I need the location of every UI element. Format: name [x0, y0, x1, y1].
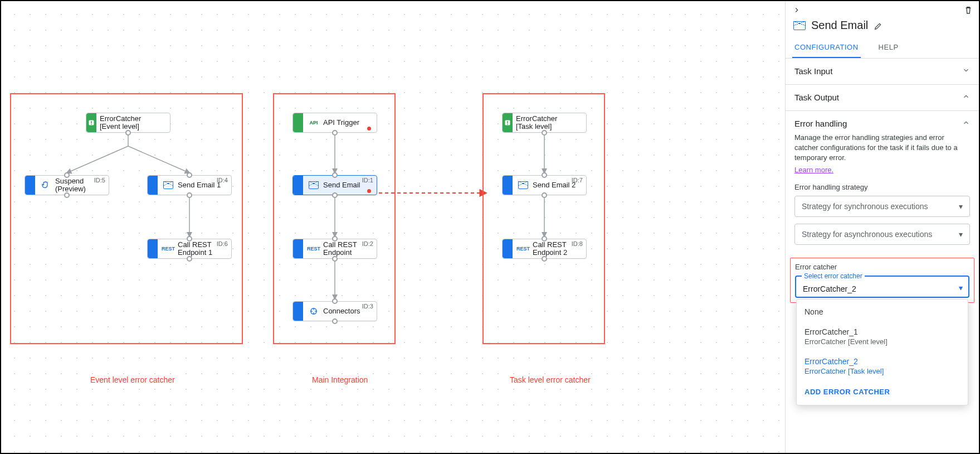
accent [503, 176, 513, 195]
dropdown-option-2[interactable]: ErrorCatcher_2 ErrorCatcher [Task level] [797, 351, 968, 381]
collapse-panel-button[interactable] [791, 4, 802, 16]
port-out[interactable] [332, 130, 338, 136]
accent [25, 176, 35, 195]
accent [293, 239, 303, 258]
connectors-icon [308, 305, 320, 317]
error-catcher-dropdown: None ErrorCatcher_1 ErrorCatcher [Event … [796, 299, 968, 405]
side-panel: Send Email CONFIGURATION HELP Task Input… [785, 1, 979, 453]
port-out[interactable] [187, 256, 192, 262]
port-out[interactable] [332, 318, 338, 324]
port-out[interactable] [332, 192, 338, 198]
envelope-icon [517, 179, 529, 191]
port-out[interactable] [125, 130, 131, 136]
option-name: ErrorCatcher_2 [805, 357, 960, 366]
port-out[interactable] [187, 192, 192, 198]
delete-button[interactable] [963, 5, 973, 15]
error-indicator-icon [367, 189, 371, 193]
port-out[interactable] [64, 192, 70, 198]
envelope-icon [308, 179, 320, 191]
section-title: Task Output [794, 93, 839, 102]
accent [293, 302, 303, 321]
add-error-catcher-button[interactable]: ADD ERROR CATCHER [797, 381, 968, 403]
app-root: Event level error catcher Main Integrati… [0, 0, 980, 454]
canvas[interactable]: Event level error catcher Main Integrati… [1, 1, 785, 453]
rest-icon: REST [162, 243, 174, 255]
error-icon [86, 113, 96, 132]
node-error-catcher-task[interactable]: ErrorCatcher [Task level] [502, 113, 587, 133]
caret-down-icon: ▾ [959, 202, 963, 211]
node-send-email-selected[interactable]: Send Email ID:1 [292, 175, 377, 195]
port-out[interactable] [542, 192, 547, 198]
error-catcher-label: Error catcher [795, 263, 969, 271]
port-out[interactable] [542, 256, 547, 262]
async-strategy-select[interactable]: Strategy for asynchronous executions ▾ [794, 224, 970, 245]
error-handling-description: Manage the error handling strategies and… [794, 133, 970, 163]
node-rest-1[interactable]: REST Call REST Endpoint 1 ID:6 [147, 239, 232, 259]
node-rest-2[interactable]: REST Call REST Endpoint 2 ID:8 [502, 239, 587, 259]
node-send-email-1[interactable]: Send Email 1 ID:4 [147, 175, 232, 195]
region-main-label: Main Integration [312, 375, 368, 384]
error-icon [503, 113, 513, 132]
node-label: ErrorCatcher [Task level] [513, 115, 586, 131]
option-sub: ErrorCatcher [Task level] [805, 367, 960, 375]
accent [293, 176, 303, 195]
port-in[interactable] [64, 172, 70, 178]
api-icon: API [308, 117, 320, 129]
node-id: ID:4 [217, 177, 228, 183]
envelope-icon [162, 179, 174, 191]
envelope-icon [793, 21, 806, 30]
learn-more-link[interactable]: Learn more. [794, 166, 833, 174]
strategy-label: Error handling strategy [794, 183, 970, 191]
section-title: Error handling [794, 119, 847, 128]
section-header-error-handling[interactable]: Error handling [794, 119, 970, 128]
tab-configuration[interactable]: CONFIGURATION [792, 37, 861, 58]
port-in[interactable] [542, 172, 547, 178]
node-rest-main[interactable]: REST Call REST Endpoint ID:2 [292, 239, 377, 259]
node-id: ID:7 [572, 177, 583, 183]
svg-rect-11 [91, 121, 92, 123]
sync-strategy-select[interactable]: Strategy for synchronous executions ▾ [794, 196, 970, 217]
tab-help[interactable]: HELP [876, 37, 901, 58]
node-send-email-2[interactable]: Send Email 2 ID:7 [502, 175, 587, 195]
port-out[interactable] [332, 256, 338, 262]
option-sub: ErrorCatcher [Event level] [805, 337, 960, 346]
node-api-trigger[interactable]: API API Trigger [292, 113, 377, 133]
pencil-icon [874, 22, 883, 31]
section-header-task-input[interactable]: Task Input [794, 66, 970, 76]
svg-rect-12 [91, 124, 92, 125]
caret-down-icon: ▾ [959, 230, 963, 239]
port-in[interactable] [187, 172, 192, 178]
option-name: None [805, 307, 960, 316]
chevron-up-icon [962, 119, 970, 128]
accent [503, 239, 513, 258]
section-task-input: Task Input [786, 59, 979, 84]
error-catcher-select[interactable]: Select error catcher ErrorCatcher_2 ▾ No… [795, 276, 969, 298]
node-id: ID:5 [94, 177, 105, 183]
node-connectors[interactable]: Connectors ID:3 [292, 301, 377, 321]
node-id: ID:3 [362, 303, 373, 310]
port-in[interactable] [332, 236, 338, 242]
port-in[interactable] [187, 236, 192, 242]
rest-icon: REST [308, 243, 320, 255]
dropdown-option-none[interactable]: None [797, 302, 968, 322]
error-indicator-icon [367, 127, 371, 131]
edit-title-button[interactable] [874, 21, 884, 31]
region-task-label: Task level error catcher [510, 375, 591, 384]
section-header-task-output[interactable]: Task Output [794, 93, 970, 102]
dropdown-option-1[interactable]: ErrorCatcher_1 ErrorCatcher [Event level… [797, 322, 968, 351]
port-in[interactable] [542, 236, 547, 242]
section-title: Task Input [794, 66, 832, 76]
port-out[interactable] [542, 130, 547, 136]
accent [293, 113, 303, 132]
node-id: ID:6 [217, 240, 228, 247]
port-in[interactable] [332, 172, 338, 178]
node-suspend[interactable]: Suspend (Preview) ID:5 [25, 175, 109, 195]
node-error-catcher-event[interactable]: ErrorCatcher [Event level] [86, 113, 170, 133]
chevron-right-icon [793, 6, 801, 14]
caret-down-icon: ▾ [959, 283, 963, 292]
select-placeholder: Strategy for synchronous executions [802, 202, 928, 211]
combo-value: ErrorCatcher_2 [803, 284, 856, 293]
svg-rect-16 [507, 124, 508, 125]
port-in[interactable] [332, 298, 338, 304]
node-label: ErrorCatcher [Event level] [96, 115, 170, 131]
